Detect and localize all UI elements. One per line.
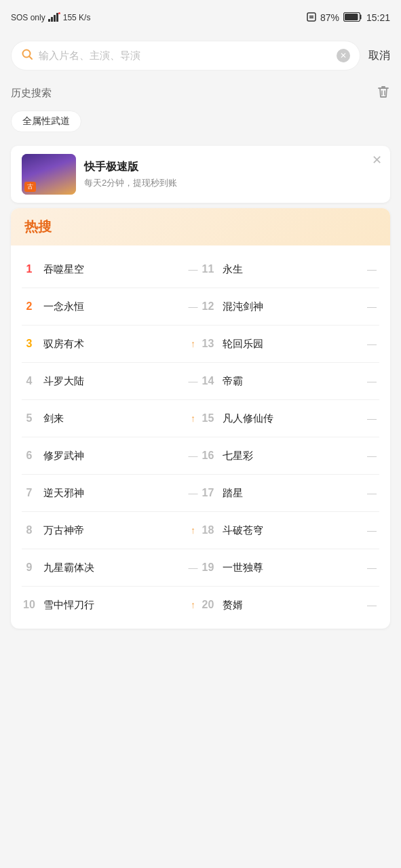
battery-icon (343, 12, 362, 24)
hot-name-right: 赘婿 (223, 599, 358, 612)
hot-name-left: 九星霸体决 (43, 561, 179, 574)
trend-flat-icon: — (364, 376, 379, 387)
svg-rect-5 (307, 13, 316, 21)
network-speed: 155 K/s (63, 13, 91, 22)
hot-name-left: 雪中悍刀行 (43, 599, 179, 612)
ad-subtitle: 每天2分钟，提现秒到账 (84, 177, 379, 189)
hot-row: 9 九星霸体决 — 19 一世独尊 — (11, 549, 390, 586)
cancel-button[interactable]: 取消 (368, 49, 390, 63)
hot-row: 2 一念永恒 — 12 混沌剑神 — (11, 288, 390, 325)
hot-name-right: 斗破苍穹 (223, 524, 358, 537)
trend-flat-icon: — (186, 301, 201, 312)
history-tags: 全属性武道 (11, 111, 390, 132)
search-clear-button[interactable]: ✕ (337, 49, 350, 62)
hot-rank-right: 11 (201, 263, 216, 275)
hot-col-right[interactable]: 16 七星彩 — (201, 437, 380, 474)
hot-rank-left: 5 (22, 412, 37, 425)
trend-up-icon: ↑ (186, 413, 201, 424)
hot-name-right: 一世独尊 (223, 561, 358, 574)
hot-col-left[interactable]: 7 逆天邪神 — (22, 475, 201, 511)
hot-title: 热搜 (24, 219, 52, 234)
sos-text: SOS only (11, 13, 45, 22)
hot-rank-right: 14 (201, 375, 216, 387)
hot-col-right[interactable]: 14 帝霸 — (201, 363, 380, 399)
hot-rank-right: 13 (201, 338, 216, 350)
hot-col-left[interactable]: 3 驭房有术 ↑ (22, 326, 201, 362)
history-header: 历史搜索 (11, 84, 390, 102)
hot-name-right: 凡人修仙传 (223, 412, 358, 425)
ad-content: 快手极速版 每天2分钟，提现秒到账 (84, 160, 379, 189)
hot-rank-left: 6 (22, 450, 37, 462)
hot-name-right: 永生 (223, 263, 358, 276)
search-placeholder: 输入片名、主演、导演 (39, 50, 331, 62)
search-icon (21, 48, 33, 63)
ad-thumb-inner: 古 (22, 154, 76, 195)
hot-col-left[interactable]: 5 剑来 ↑ (22, 400, 201, 437)
sim-icon (307, 12, 316, 24)
trend-flat-icon: — (186, 264, 201, 275)
hot-rank-right: 19 (201, 561, 216, 574)
hot-col-left[interactable]: 10 雪中悍刀行 ↑ (22, 587, 201, 623)
hot-rank-left: 8 (22, 524, 37, 536)
hot-name-left: 斗罗大陆 (43, 375, 179, 388)
ad-title: 快手极速版 (84, 160, 379, 174)
hot-rank-left: 10 (22, 599, 37, 611)
search-bar: 输入片名、主演、导演 ✕ 取消 (0, 35, 401, 79)
svg-rect-9 (345, 14, 358, 20)
hot-rank-right: 15 (201, 412, 216, 425)
hot-name-left: 万古神帝 (43, 524, 179, 537)
hot-col-right[interactable]: 11 永生 — (201, 251, 380, 288)
svg-rect-0 (48, 19, 50, 22)
svg-rect-2 (54, 15, 56, 22)
trend-flat-icon: — (364, 413, 379, 424)
trend-flat-icon: — (364, 562, 379, 573)
search-input-wrap[interactable]: 输入片名、主演、导演 ✕ (11, 41, 360, 71)
ad-banner[interactable]: 古 快手极速版 每天2分钟，提现秒到账 ✕ (11, 146, 390, 203)
hot-row: 3 驭房有术 ↑ 13 轮回乐园 — (11, 326, 390, 362)
hot-col-right[interactable]: 20 赘婿 — (201, 587, 380, 623)
hot-col-right[interactable]: 15 凡人修仙传 — (201, 400, 380, 437)
trend-up-icon: ↑ (186, 338, 201, 349)
hot-col-left[interactable]: 8 万古神帝 ↑ (22, 512, 201, 549)
hot-name-right: 踏星 (223, 487, 358, 500)
hot-row: 10 雪中悍刀行 ↑ 20 赘婿 — (11, 587, 390, 623)
history-section: 历史搜索 全属性武道 (0, 79, 401, 140)
hot-row: 6 修罗武神 — 16 七星彩 — (11, 437, 390, 474)
hot-rank-left: 7 (22, 487, 37, 499)
trend-flat-icon: — (364, 301, 379, 312)
hot-name-left: 一念永恒 (43, 300, 179, 313)
hot-col-right[interactable]: 19 一世独尊 — (201, 549, 380, 586)
hot-row: 7 逆天邪神 — 17 踏星 — (11, 475, 390, 511)
trend-flat-icon: — (364, 525, 379, 536)
ad-close-button[interactable]: ✕ (372, 153, 382, 167)
hot-header: 热搜 (11, 208, 390, 245)
hot-rank-left: 4 (22, 375, 37, 387)
hot-rank-right: 12 (201, 300, 216, 313)
ad-thumb-label: 古 (24, 182, 36, 192)
svg-rect-7 (309, 17, 313, 18)
hot-col-right[interactable]: 13 轮回乐园 — (201, 326, 380, 362)
hot-col-right[interactable]: 12 混沌剑神 — (201, 288, 380, 325)
hot-rank-right: 20 (201, 599, 216, 611)
hot-rank-left: 3 (22, 338, 37, 350)
svg-line-11 (29, 56, 32, 59)
battery-percent: 87% (320, 12, 339, 23)
hot-col-left[interactable]: 9 九星霸体决 — (22, 549, 201, 586)
history-tag[interactable]: 全属性武道 (11, 111, 81, 132)
time-display: 15:21 (366, 12, 390, 23)
hot-col-left[interactable]: 6 修罗武神 — (22, 437, 201, 474)
hot-col-left[interactable]: 2 一念永恒 — (22, 288, 201, 325)
delete-history-icon[interactable] (377, 84, 390, 102)
trend-flat-icon: — (364, 488, 379, 498)
hot-col-right[interactable]: 18 斗破苍穹 — (201, 512, 380, 549)
signal-icon (48, 12, 60, 24)
status-left: SOS only 155 K/s (11, 12, 90, 24)
hot-row: 8 万古神帝 ↑ 18 斗破苍穹 — (11, 512, 390, 549)
hot-col-right[interactable]: 17 踏星 — (201, 475, 380, 511)
hot-col-left[interactable]: 1 吞噬星空 — (22, 251, 201, 288)
hot-rank-right: 18 (201, 524, 216, 536)
hot-col-left[interactable]: 4 斗罗大陆 — (22, 363, 201, 399)
hot-name-left: 修罗武神 (43, 450, 179, 462)
trend-flat-icon: — (186, 376, 201, 387)
hot-name-left: 剑来 (43, 412, 179, 425)
